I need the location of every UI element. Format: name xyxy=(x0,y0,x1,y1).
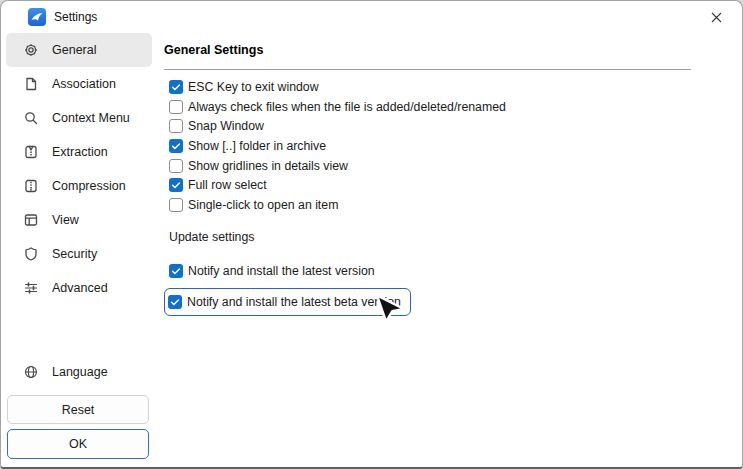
sidebar-item-view[interactable]: View xyxy=(6,203,152,237)
sidebar-item-extraction[interactable]: Extraction xyxy=(6,135,152,169)
settings-checkbox-row[interactable]: ESC Key to exit window xyxy=(169,77,506,97)
titlebar: Settings xyxy=(1,1,742,33)
checkbox-label: Notify and install the latest version xyxy=(188,264,375,278)
settings-window: Settings General Association xyxy=(0,0,743,469)
ok-button[interactable]: OK xyxy=(7,429,149,459)
sidebar-item-label: Association xyxy=(52,77,116,91)
checkbox[interactable] xyxy=(169,198,183,212)
settings-checkbox-row[interactable]: Single-click to open an item xyxy=(169,195,506,215)
zip-icon xyxy=(23,178,39,194)
checkbox[interactable] xyxy=(169,159,183,173)
sidebar-item-general[interactable]: General xyxy=(6,33,152,67)
magnifier-icon xyxy=(23,110,39,126)
sidebar-item-label: Security xyxy=(52,247,97,261)
settings-checkbox-row[interactable]: Full row select xyxy=(169,175,506,195)
globe-icon xyxy=(23,364,39,380)
sidebar-item-label: General xyxy=(52,43,96,57)
sidebar: General Association Context Menu Extract… xyxy=(1,33,156,467)
checkbox[interactable] xyxy=(169,80,183,94)
divider xyxy=(164,69,691,70)
sidebar-item-label: Advanced xyxy=(52,281,108,295)
sidebar-item-label: Context Menu xyxy=(52,111,130,125)
extract-icon xyxy=(23,144,39,160)
checkbox[interactable] xyxy=(169,139,183,153)
settings-checkbox-row[interactable]: Snap Window xyxy=(169,116,506,136)
window-title: Settings xyxy=(54,10,97,24)
sidebar-item-language[interactable]: Language xyxy=(6,356,152,388)
sidebar-item-security[interactable]: Security xyxy=(6,237,152,271)
checkbox[interactable] xyxy=(169,100,183,114)
reset-button[interactable]: Reset xyxy=(7,395,149,424)
sidebar-item-compression[interactable]: Compression xyxy=(6,169,152,203)
sidebar-item-association[interactable]: Association xyxy=(6,67,152,101)
general-settings-panel: General Settings ESC Key to exit window … xyxy=(164,33,742,467)
checkbox[interactable] xyxy=(169,264,183,278)
checkbox-label: Always check files when the file is adde… xyxy=(188,100,506,114)
sidebar-item-label: View xyxy=(52,213,79,227)
app-logo-icon xyxy=(28,8,46,26)
checkbox[interactable] xyxy=(169,119,183,133)
gear-icon xyxy=(23,42,39,58)
sidebar-item-label: Compression xyxy=(52,179,126,193)
document-icon xyxy=(23,76,39,92)
checkbox-label: Snap Window xyxy=(188,119,264,133)
checkbox-label: ESC Key to exit window xyxy=(188,80,319,94)
update-checkbox-row[interactable]: Notify and install the latest version xyxy=(169,261,375,281)
language-label: Language xyxy=(52,365,108,379)
checkbox[interactable] xyxy=(169,178,183,192)
settings-checkbox-row[interactable]: Show [..] folder in archive xyxy=(169,136,506,156)
checkbox-label: Notify and install the latest beta versi… xyxy=(187,295,401,309)
settings-checkbox-row[interactable]: Always check files when the file is adde… xyxy=(169,97,506,117)
close-icon xyxy=(711,12,722,23)
checkbox[interactable] xyxy=(168,295,182,309)
close-button[interactable] xyxy=(696,4,736,30)
update-checkbox-row[interactable]: Notify and install the latest beta versi… xyxy=(164,288,411,316)
shield-icon xyxy=(23,246,39,262)
checkbox-label: Full row select xyxy=(188,178,267,192)
settings-checkbox-row[interactable]: Show gridlines in details view xyxy=(169,156,506,176)
checkbox-label: Show gridlines in details view xyxy=(188,159,348,173)
checkbox-label: Single-click to open an item xyxy=(188,198,338,212)
sidebar-item-label: Extraction xyxy=(52,145,108,159)
page-title: General Settings xyxy=(164,43,263,57)
sliders-icon xyxy=(23,280,39,296)
layout-icon xyxy=(23,212,39,228)
sidebar-item-advanced[interactable]: Advanced xyxy=(6,271,152,305)
checkbox-label: Show [..] folder in archive xyxy=(188,139,326,153)
update-settings-group-label: Update settings xyxy=(169,230,254,244)
sidebar-item-context-menu[interactable]: Context Menu xyxy=(6,101,152,135)
